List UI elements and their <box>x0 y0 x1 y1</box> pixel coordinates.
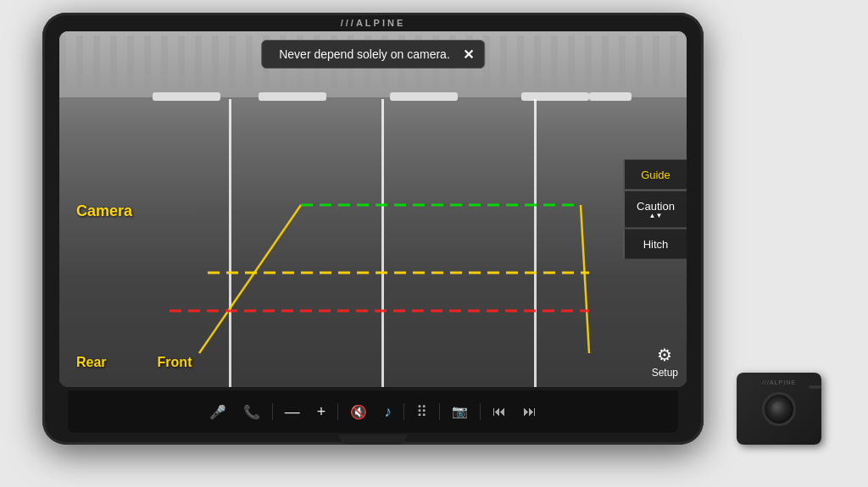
caution-button[interactable]: Caution ▲▼ <box>623 191 687 228</box>
parking-line-3 <box>534 99 537 387</box>
rear-camera-device: ///ALPINE <box>728 360 830 457</box>
camera-brand-logo: ///ALPINE <box>762 379 796 385</box>
divider-5 <box>480 403 481 420</box>
guide-button[interactable]: Guide <box>623 160 687 190</box>
phone-button[interactable]: 📞 <box>238 401 265 423</box>
minus-button[interactable]: — <box>280 400 305 424</box>
hitch-button[interactable]: Hitch <box>623 230 687 259</box>
control-bar: 🎤 📞 — + 🔇 ♪ ⠿ 📷 ⏮ ⏭ <box>68 390 678 433</box>
notification-close-button[interactable]: ✕ <box>460 46 477 63</box>
bottom-labels: Rear Front <box>76 355 192 370</box>
setup-button[interactable]: ⚙ Setup <box>652 345 678 379</box>
bumper-4 <box>521 92 589 101</box>
microphone-button[interactable]: 🎤 <box>204 401 231 423</box>
front-label[interactable]: Front <box>158 355 192 370</box>
camera-cable <box>809 385 821 389</box>
next-button[interactable]: ⏭ <box>518 401 542 423</box>
divider-4 <box>439 403 440 420</box>
rear-label[interactable]: Rear <box>76 355 107 370</box>
screen-bezel: Never depend solely on camera. ✕ Camera … <box>59 31 687 387</box>
mount <box>339 434 407 445</box>
notification-bar: Never depend solely on camera. ✕ <box>261 40 485 69</box>
bumper-3 <box>390 92 458 101</box>
mute-button[interactable]: 🔇 <box>345 401 372 423</box>
right-sidebar: Guide Caution ▲▼ Hitch <box>623 160 687 259</box>
caution-label: Caution <box>637 200 675 213</box>
camera-lens <box>762 392 796 426</box>
bumper-5 <box>589 92 632 101</box>
brand-bar: ///ALPINE <box>42 13 704 31</box>
parking-line-2 <box>381 99 384 387</box>
divider-2 <box>337 403 338 420</box>
scene: ///ALPINE <box>0 0 868 487</box>
caution-arrows-icon: ▲▼ <box>637 213 675 219</box>
plus-button[interactable]: + <box>312 400 331 424</box>
grid-button[interactable]: ⠿ <box>411 399 432 424</box>
music-button[interactable]: ♪ <box>379 400 397 424</box>
prev-button[interactable]: ⏮ <box>487 401 511 423</box>
camera-label: Camera <box>76 202 132 220</box>
alpine-logo: ///ALPINE <box>341 18 406 28</box>
cam-button[interactable]: 📷 <box>447 401 473 423</box>
head-unit: ///ALPINE <box>42 13 704 445</box>
divider-1 <box>272 403 273 420</box>
setup-label: Setup <box>652 367 678 379</box>
notification-text: Never depend solely on camera. <box>279 47 450 61</box>
bumper-2 <box>259 92 326 101</box>
camera-view: Never depend solely on camera. ✕ Camera … <box>59 31 687 387</box>
parking-line-1 <box>229 99 231 387</box>
gear-icon: ⚙ <box>652 345 678 365</box>
camera-body: ///ALPINE <box>737 373 821 445</box>
bumper-1 <box>153 92 220 101</box>
divider-3 <box>403 403 404 420</box>
